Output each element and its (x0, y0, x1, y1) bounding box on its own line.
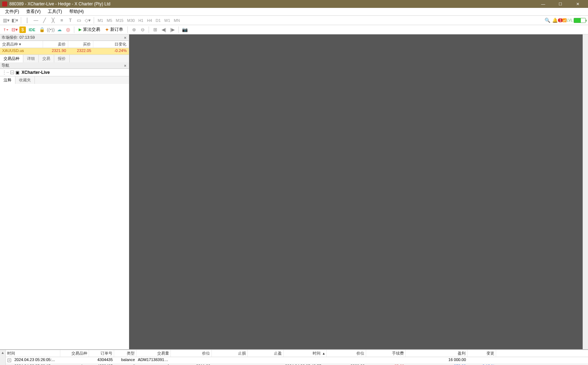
left-panels: 市场报价: 07:13:59 × 交易品种 ▾ 卖价 买价 日变化 XAUUSD… (0, 34, 129, 349)
titlebar: 880389 - XCharter-Live - Hedge - X Chart… (0, 0, 588, 8)
trendline-icon[interactable]: ╱ (41, 16, 48, 24)
mw-tab-quotes[interactable]: 报价 (54, 55, 70, 62)
zoom-out-icon[interactable]: ⊖ (139, 26, 146, 34)
close-button[interactable]: ✕ (569, 0, 586, 8)
menu-help[interactable]: 帮助(H) (66, 8, 87, 15)
mw-col-ask[interactable]: 买价 (68, 41, 93, 48)
col-order[interactable]: 订单号 (89, 350, 114, 357)
nav-tab-favorites[interactable]: 收藏夹 (15, 76, 35, 84)
candle-icon[interactable]: ⫯▾ (2, 26, 10, 34)
market-watch-time: 07:13:59 (19, 35, 35, 39)
mw-chg: -0.24% (93, 48, 129, 54)
tree-server-icon: ▣ (15, 70, 19, 75)
step-back-icon[interactable]: ◀| (160, 26, 168, 34)
tf-w1[interactable]: W1 (163, 18, 172, 23)
col-price2[interactable]: 价位 (327, 350, 366, 357)
fibo-icon[interactable]: ≡ (58, 16, 66, 24)
mw-tab-symbols[interactable]: 交易品种 (0, 55, 23, 62)
wifi-icon[interactable]: ((•)) (47, 26, 55, 34)
market-watch-row[interactable]: XAUUSD.us 2321.90 2322.05 -0.24% (0, 48, 129, 54)
scroll-up-icon[interactable]: ▲ (1, 351, 5, 355)
menu-file[interactable]: 文件(F) (2, 8, 22, 15)
maximize-button[interactable]: ☐ (552, 0, 569, 8)
table-row[interactable]: 2024.04.23 05:38:15:...xauusd.us4328485s… (6, 364, 588, 365)
tf-h4[interactable]: H4 (145, 18, 153, 23)
mw-ask: 2322.05 (68, 48, 93, 54)
new-order-button[interactable]: ✦新订单 (103, 27, 125, 33)
navigator-close-icon[interactable]: × (123, 63, 127, 68)
step-fwd-icon[interactable]: |▶ (168, 26, 176, 34)
chart-scrollbar[interactable] (583, 34, 588, 349)
tile-icon[interactable]: ⊞ (151, 26, 159, 34)
market-watch-title: 市场报价: 07:13:59 × (0, 34, 129, 41)
ide-button[interactable]: IDE (27, 28, 37, 32)
col-sl[interactable]: 止损 (212, 350, 248, 357)
tf-m15[interactable]: M15 (115, 18, 125, 23)
minimize-button[interactable]: — (535, 0, 551, 8)
market-watch-close-icon[interactable]: × (123, 35, 127, 40)
tree-collapse-icon[interactable]: – (10, 71, 14, 74)
mw-tab-trade[interactable]: 交易 (39, 55, 54, 62)
bar-icon[interactable]: ⊟▾ (11, 26, 19, 34)
equi-icon[interactable]: ╳ (49, 16, 57, 24)
tf-h1[interactable]: H1 (137, 18, 145, 23)
tf-mn[interactable]: MN (172, 18, 181, 23)
tf-m30[interactable]: M30 (126, 18, 136, 23)
menu-tools[interactable]: 工具(T) (45, 8, 65, 15)
search-icon[interactable]: 🔍 (543, 16, 551, 24)
window-title: 880389 - XCharter-Live - Hedge - X Chart… (9, 1, 110, 6)
vline-icon[interactable]: │ (23, 16, 31, 24)
hline-icon[interactable]: — (32, 16, 40, 24)
col-change[interactable]: 变更 (467, 350, 496, 357)
navigator-title: 导航 × (0, 62, 129, 69)
col-symbol[interactable]: 交易品种 (60, 350, 89, 357)
col-profit[interactable]: 盈利 (406, 350, 467, 357)
navigator-tabs: 注释 收藏夹 (0, 76, 129, 84)
col-volume[interactable]: 交易量 (136, 350, 171, 357)
nav-tab-comments[interactable]: 注释 (0, 76, 15, 84)
battery-indicator (574, 18, 586, 23)
tf-m1[interactable]: M1 (96, 18, 104, 23)
navigator-server[interactable]: XCharter-Live (22, 70, 50, 75)
expand-icon[interactable]: + (8, 359, 11, 362)
mw-symbol: XAUUSD.us (0, 48, 43, 54)
col-time[interactable]: 时间 (6, 350, 60, 357)
mw-tab-details[interactable]: 详细 (23, 55, 39, 62)
terminal-gutter: ▲ (0, 350, 6, 365)
zoom-in-icon[interactable]: ⊕ (130, 26, 138, 34)
app-icon (2, 1, 7, 6)
chart-area (129, 34, 588, 349)
client-area: 市场报价: 07:13:59 × 交易品种 ▾ 卖价 买价 日变化 XAUUSD… (0, 34, 588, 349)
lock-icon[interactable]: 🔒 (38, 26, 46, 34)
tf-d1[interactable]: D1 (154, 18, 162, 23)
mw-col-symbol[interactable]: 交易品种 ▾ (0, 41, 43, 48)
menu-view[interactable]: 查看(V) (23, 8, 43, 15)
mw-col-bid[interactable]: 卖价 (43, 41, 68, 48)
mw-col-chg[interactable]: 日变化 (93, 41, 129, 48)
history-table: 时间 交易品种 订单号 类型 交易量 价位 止损 止盈 时间 ▴ 价位 手续费 … (6, 350, 588, 365)
play-icon: ▶ (79, 27, 81, 32)
alert-icon[interactable]: 🔔1 (554, 16, 561, 24)
new-chart-icon[interactable]: ▥▾ (2, 16, 10, 24)
dollar-icon[interactable]: $ (19, 27, 26, 33)
cloud-icon[interactable]: ☁ (55, 26, 63, 34)
target-icon[interactable]: ◎ (64, 26, 72, 34)
col-price[interactable]: 价位 (171, 350, 212, 357)
label-icon[interactable]: ▭ (75, 16, 83, 24)
algo-trading-button[interactable]: ▶算法交易 (76, 27, 102, 33)
profile-icon[interactable]: ◧▾ (11, 16, 19, 24)
col-type[interactable]: 类型 (114, 350, 136, 357)
toolbar-main: ▥▾ ◧▾ │ — ╱ ╳ ≡ T ▭ ◇▾ M1 M5 M15 M30 H1 … (0, 16, 588, 25)
shapes-icon[interactable]: ◇▾ (84, 16, 92, 24)
terminal-panel: ▲ 时间 交易品种 订单号 类型 交易量 价位 止损 止盈 时间 ▴ 价位 手续… (0, 349, 588, 365)
menubar: 文件(F) 查看(V) 工具(T) 帮助(H) (0, 8, 588, 16)
table-row[interactable]: +2024.04.23 05:26:05:...4304435balanceAD… (6, 357, 588, 364)
col-tp[interactable]: 止盈 (248, 350, 284, 357)
col-time2[interactable]: 时间 ▴ (284, 350, 327, 357)
table-body: +2024.04.23 05:26:05:...4304435balanceAD… (6, 357, 588, 365)
col-fee[interactable]: 手续费 (366, 350, 406, 357)
text-icon[interactable]: T (66, 16, 74, 24)
tf-m5[interactable]: M5 (105, 18, 113, 23)
camera-icon[interactable]: 📷 (181, 26, 189, 34)
mw-bid: 2321.90 (43, 48, 68, 54)
